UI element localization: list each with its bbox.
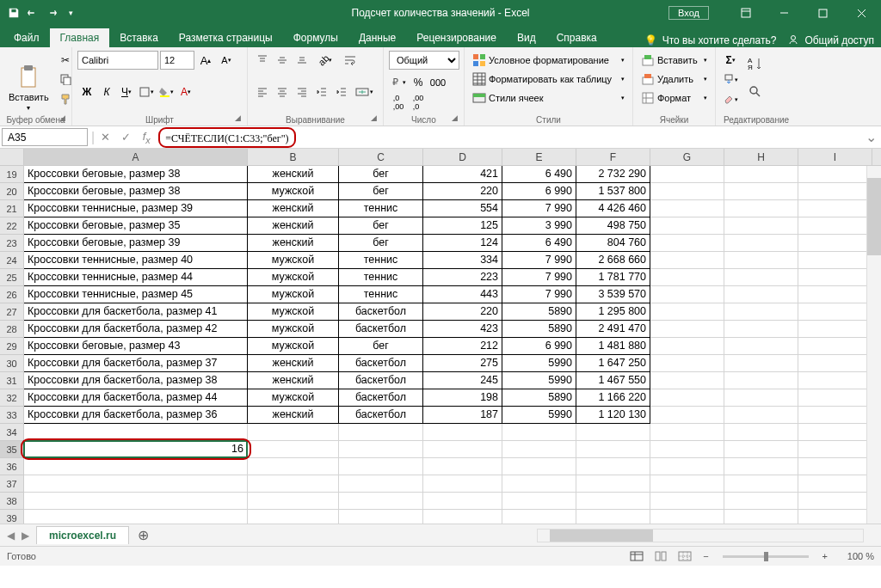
tab-help[interactable]: Справка — [546, 28, 607, 47]
cell[interactable] — [798, 389, 872, 407]
cell[interactable] — [650, 321, 724, 338]
cell[interactable] — [724, 338, 798, 355]
row-header[interactable]: 21 — [0, 200, 24, 217]
cell[interactable] — [798, 475, 872, 493]
cell[interactable]: Кроссовки для баскетбола, размер 36 — [24, 407, 248, 424]
decrease-indent-button[interactable] — [312, 83, 331, 101]
align-middle-button[interactable] — [273, 51, 292, 70]
cell[interactable]: 443 — [423, 286, 502, 303]
cell[interactable] — [724, 441, 798, 458]
cell[interactable]: 1 120 130 — [576, 407, 650, 424]
cell[interactable] — [24, 424, 248, 441]
row-header[interactable]: 28 — [0, 321, 24, 338]
cell[interactable] — [798, 355, 872, 372]
increase-indent-button[interactable] — [332, 83, 351, 101]
save-icon[interactable] — [5, 4, 22, 21]
cell[interactable] — [724, 355, 798, 372]
cell[interactable] — [502, 441, 576, 458]
cell[interactable] — [724, 235, 798, 252]
cell[interactable] — [798, 372, 872, 389]
align-right-button[interactable] — [293, 83, 311, 101]
cell[interactable]: Кроссовки для баскетбола, размер 38 — [24, 372, 248, 389]
cell[interactable] — [650, 458, 724, 475]
cell[interactable]: мужской — [248, 286, 339, 303]
cell[interactable]: бег — [339, 217, 423, 235]
cell[interactable]: 1 295 800 — [576, 303, 650, 321]
cell[interactable]: 125 — [423, 217, 502, 235]
cell[interactable] — [576, 424, 650, 441]
cell[interactable]: 6 990 — [502, 338, 576, 355]
cell[interactable] — [650, 338, 724, 355]
comma-format-button[interactable]: 000 — [428, 73, 447, 92]
autosum-button[interactable]: Σ▾ — [721, 51, 740, 70]
cell[interactable]: 1 647 250 — [576, 355, 650, 372]
row-header[interactable]: 22 — [0, 217, 24, 235]
cell[interactable] — [248, 441, 339, 458]
cell[interactable]: 5890 — [502, 389, 576, 407]
cell[interactable] — [798, 338, 872, 355]
row-header[interactable]: 26 — [0, 286, 24, 303]
row-header[interactable]: 32 — [0, 389, 24, 407]
cell[interactable]: 6 490 — [502, 166, 576, 183]
cell[interactable] — [423, 458, 502, 475]
tab-review[interactable]: Рецензирование — [406, 28, 507, 47]
font-size-select[interactable] — [160, 51, 194, 70]
cell[interactable]: 2 668 660 — [576, 252, 650, 269]
cell[interactable] — [248, 510, 339, 524]
cell[interactable]: бег — [339, 338, 423, 355]
cell[interactable]: 6 490 — [502, 235, 576, 252]
cell[interactable] — [339, 510, 423, 524]
cell[interactable]: баскетбол — [339, 372, 423, 389]
number-format-select[interactable]: Общий — [389, 51, 459, 70]
cell[interactable] — [798, 183, 872, 200]
qat-customize-icon[interactable]: ▾ — [62, 4, 79, 21]
increase-decimal-button[interactable]: ,0,00 — [389, 93, 408, 112]
cell[interactable] — [724, 269, 798, 286]
cell[interactable] — [650, 407, 724, 424]
cell[interactable]: женский — [248, 355, 339, 372]
row-header[interactable]: 29 — [0, 338, 24, 355]
cell[interactable]: теннис — [339, 200, 423, 217]
cell[interactable]: 6 990 — [502, 183, 576, 200]
cell[interactable]: 275 — [423, 355, 502, 372]
font-color-button[interactable]: A▾ — [176, 83, 195, 101]
cell[interactable]: Кроссовки беговые, размер 38 — [24, 183, 248, 200]
cell[interactable]: 334 — [423, 252, 502, 269]
cell[interactable]: Кроссовки для баскетбола, размер 42 — [24, 321, 248, 338]
cell[interactable] — [798, 441, 872, 458]
cell[interactable]: 5890 — [502, 321, 576, 338]
cell[interactable] — [724, 252, 798, 269]
cell[interactable]: женский — [248, 217, 339, 235]
cell[interactable] — [339, 424, 423, 441]
horizontal-scrollbar[interactable] — [537, 529, 864, 542]
clipboard-launcher-icon[interactable]: ◢ — [59, 113, 70, 124]
cell[interactable]: бег — [339, 235, 423, 252]
cell[interactable] — [798, 458, 872, 475]
cell[interactable]: баскетбол — [339, 321, 423, 338]
cell[interactable] — [423, 493, 502, 510]
cell[interactable]: женский — [248, 166, 339, 183]
cell[interactable]: 1 467 550 — [576, 372, 650, 389]
cell[interactable] — [650, 510, 724, 524]
cell[interactable]: 5990 — [502, 407, 576, 424]
cell[interactable]: 804 760 — [576, 235, 650, 252]
cell[interactable] — [576, 510, 650, 524]
row-header[interactable]: 27 — [0, 303, 24, 321]
cell[interactable]: 4 426 460 — [576, 200, 650, 217]
expand-formula-bar-button[interactable]: ⌄ — [862, 129, 879, 145]
decrease-font-button[interactable]: A▾ — [217, 51, 236, 70]
cell[interactable]: 1 537 800 — [576, 183, 650, 200]
cell[interactable]: мужской — [248, 252, 339, 269]
cell[interactable]: 2 732 290 — [576, 166, 650, 183]
cell[interactable]: Кроссовки для баскетбола, размер 37 — [24, 355, 248, 372]
align-bottom-button[interactable] — [293, 51, 311, 70]
row-header[interactable]: 31 — [0, 372, 24, 389]
scrollbar-thumb[interactable] — [867, 178, 881, 255]
cell[interactable] — [24, 493, 248, 510]
alignment-launcher-icon[interactable]: ◢ — [371, 113, 381, 124]
cell[interactable]: 7 990 — [502, 286, 576, 303]
cell[interactable]: бег — [339, 166, 423, 183]
cell[interactable] — [798, 286, 872, 303]
cell[interactable]: 423 — [423, 321, 502, 338]
col-header[interactable]: D — [423, 149, 502, 165]
